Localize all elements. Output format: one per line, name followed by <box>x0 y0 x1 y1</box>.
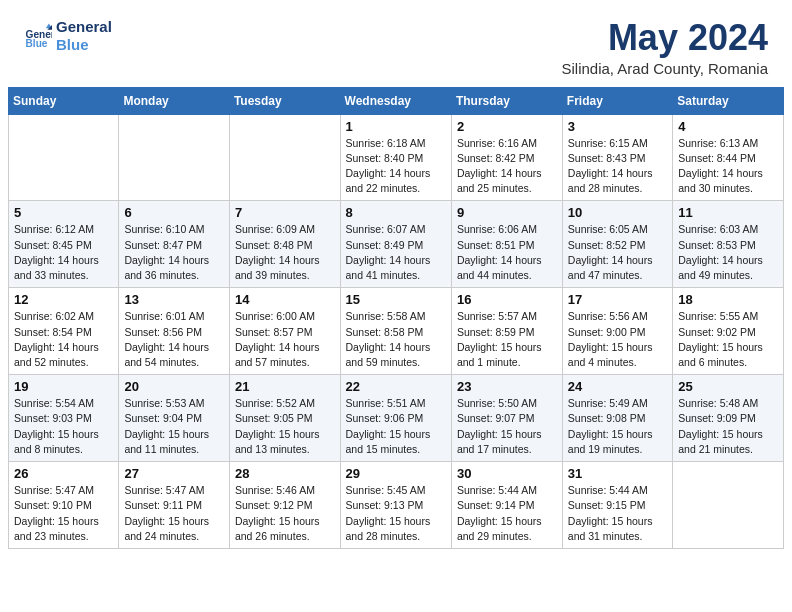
day-cell: 9Sunrise: 6:06 AM Sunset: 8:51 PM Daylig… <box>451 201 562 288</box>
day-number: 27 <box>124 466 224 481</box>
day-number: 31 <box>568 466 667 481</box>
day-info: Sunrise: 6:16 AM Sunset: 8:42 PM Dayligh… <box>457 136 557 197</box>
day-number: 22 <box>346 379 446 394</box>
day-cell: 16Sunrise: 5:57 AM Sunset: 8:59 PM Dayli… <box>451 288 562 375</box>
day-cell: 1Sunrise: 6:18 AM Sunset: 8:40 PM Daylig… <box>340 114 451 201</box>
day-info: Sunrise: 5:47 AM Sunset: 9:11 PM Dayligh… <box>124 483 224 544</box>
day-info: Sunrise: 5:58 AM Sunset: 8:58 PM Dayligh… <box>346 309 446 370</box>
day-number: 25 <box>678 379 778 394</box>
svg-text:Blue: Blue <box>26 38 48 49</box>
header-sunday: Sunday <box>9 87 119 114</box>
day-number: 14 <box>235 292 335 307</box>
day-cell: 6Sunrise: 6:10 AM Sunset: 8:47 PM Daylig… <box>119 201 230 288</box>
day-cell: 13Sunrise: 6:01 AM Sunset: 8:56 PM Dayli… <box>119 288 230 375</box>
day-number: 10 <box>568 205 667 220</box>
day-cell: 18Sunrise: 5:55 AM Sunset: 9:02 PM Dayli… <box>673 288 784 375</box>
day-cell: 26Sunrise: 5:47 AM Sunset: 9:10 PM Dayli… <box>9 462 119 549</box>
day-number: 23 <box>457 379 557 394</box>
day-info: Sunrise: 5:49 AM Sunset: 9:08 PM Dayligh… <box>568 396 667 457</box>
month-title: May 2024 <box>562 18 769 58</box>
day-info: Sunrise: 6:00 AM Sunset: 8:57 PM Dayligh… <box>235 309 335 370</box>
week-row-4: 19Sunrise: 5:54 AM Sunset: 9:03 PM Dayli… <box>9 375 784 462</box>
day-cell: 7Sunrise: 6:09 AM Sunset: 8:48 PM Daylig… <box>229 201 340 288</box>
day-info: Sunrise: 6:13 AM Sunset: 8:44 PM Dayligh… <box>678 136 778 197</box>
day-number: 26 <box>14 466 113 481</box>
day-number: 7 <box>235 205 335 220</box>
day-number: 15 <box>346 292 446 307</box>
day-cell: 27Sunrise: 5:47 AM Sunset: 9:11 PM Dayli… <box>119 462 230 549</box>
day-number: 5 <box>14 205 113 220</box>
day-number: 12 <box>14 292 113 307</box>
header-saturday: Saturday <box>673 87 784 114</box>
day-info: Sunrise: 6:02 AM Sunset: 8:54 PM Dayligh… <box>14 309 113 370</box>
day-number: 30 <box>457 466 557 481</box>
week-row-3: 12Sunrise: 6:02 AM Sunset: 8:54 PM Dayli… <box>9 288 784 375</box>
day-info: Sunrise: 5:52 AM Sunset: 9:05 PM Dayligh… <box>235 396 335 457</box>
day-number: 20 <box>124 379 224 394</box>
page-header: General Blue General Blue May 2024 Silin… <box>0 0 792 87</box>
week-row-1: 1Sunrise: 6:18 AM Sunset: 8:40 PM Daylig… <box>9 114 784 201</box>
week-row-5: 26Sunrise: 5:47 AM Sunset: 9:10 PM Dayli… <box>9 462 784 549</box>
day-cell: 4Sunrise: 6:13 AM Sunset: 8:44 PM Daylig… <box>673 114 784 201</box>
day-cell: 29Sunrise: 5:45 AM Sunset: 9:13 PM Dayli… <box>340 462 451 549</box>
day-number: 4 <box>678 119 778 134</box>
day-info: Sunrise: 5:50 AM Sunset: 9:07 PM Dayligh… <box>457 396 557 457</box>
day-number: 29 <box>346 466 446 481</box>
header-friday: Friday <box>562 87 672 114</box>
day-info: Sunrise: 6:05 AM Sunset: 8:52 PM Dayligh… <box>568 222 667 283</box>
day-number: 28 <box>235 466 335 481</box>
day-cell <box>229 114 340 201</box>
day-cell <box>673 462 784 549</box>
day-number: 2 <box>457 119 557 134</box>
day-cell: 24Sunrise: 5:49 AM Sunset: 9:08 PM Dayli… <box>562 375 672 462</box>
day-cell: 14Sunrise: 6:00 AM Sunset: 8:57 PM Dayli… <box>229 288 340 375</box>
day-number: 8 <box>346 205 446 220</box>
day-cell <box>9 114 119 201</box>
day-cell: 31Sunrise: 5:44 AM Sunset: 9:15 PM Dayli… <box>562 462 672 549</box>
day-number: 11 <box>678 205 778 220</box>
calendar-table: SundayMondayTuesdayWednesdayThursdayFrid… <box>8 87 784 549</box>
day-info: Sunrise: 5:56 AM Sunset: 9:00 PM Dayligh… <box>568 309 667 370</box>
location-subtitle: Silindia, Arad County, Romania <box>562 60 769 77</box>
header-wednesday: Wednesday <box>340 87 451 114</box>
day-number: 18 <box>678 292 778 307</box>
logo: General Blue General Blue <box>24 18 112 54</box>
day-info: Sunrise: 5:54 AM Sunset: 9:03 PM Dayligh… <box>14 396 113 457</box>
day-cell: 10Sunrise: 6:05 AM Sunset: 8:52 PM Dayli… <box>562 201 672 288</box>
day-cell: 17Sunrise: 5:56 AM Sunset: 9:00 PM Dayli… <box>562 288 672 375</box>
day-info: Sunrise: 6:06 AM Sunset: 8:51 PM Dayligh… <box>457 222 557 283</box>
day-cell: 25Sunrise: 5:48 AM Sunset: 9:09 PM Dayli… <box>673 375 784 462</box>
day-number: 24 <box>568 379 667 394</box>
day-number: 13 <box>124 292 224 307</box>
day-info: Sunrise: 6:01 AM Sunset: 8:56 PM Dayligh… <box>124 309 224 370</box>
day-cell: 19Sunrise: 5:54 AM Sunset: 9:03 PM Dayli… <box>9 375 119 462</box>
calendar-header-row: SundayMondayTuesdayWednesdayThursdayFrid… <box>9 87 784 114</box>
day-info: Sunrise: 5:45 AM Sunset: 9:13 PM Dayligh… <box>346 483 446 544</box>
day-info: Sunrise: 6:15 AM Sunset: 8:43 PM Dayligh… <box>568 136 667 197</box>
day-number: 19 <box>14 379 113 394</box>
day-info: Sunrise: 5:57 AM Sunset: 8:59 PM Dayligh… <box>457 309 557 370</box>
day-info: Sunrise: 6:10 AM Sunset: 8:47 PM Dayligh… <box>124 222 224 283</box>
header-tuesday: Tuesday <box>229 87 340 114</box>
day-cell: 30Sunrise: 5:44 AM Sunset: 9:14 PM Dayli… <box>451 462 562 549</box>
day-number: 3 <box>568 119 667 134</box>
day-number: 16 <box>457 292 557 307</box>
day-info: Sunrise: 5:55 AM Sunset: 9:02 PM Dayligh… <box>678 309 778 370</box>
day-number: 6 <box>124 205 224 220</box>
day-info: Sunrise: 6:12 AM Sunset: 8:45 PM Dayligh… <box>14 222 113 283</box>
day-info: Sunrise: 5:53 AM Sunset: 9:04 PM Dayligh… <box>124 396 224 457</box>
logo-text-general: General <box>56 18 112 36</box>
day-cell: 15Sunrise: 5:58 AM Sunset: 8:58 PM Dayli… <box>340 288 451 375</box>
day-cell: 11Sunrise: 6:03 AM Sunset: 8:53 PM Dayli… <box>673 201 784 288</box>
day-cell <box>119 114 230 201</box>
day-info: Sunrise: 6:09 AM Sunset: 8:48 PM Dayligh… <box>235 222 335 283</box>
day-info: Sunrise: 6:18 AM Sunset: 8:40 PM Dayligh… <box>346 136 446 197</box>
day-number: 1 <box>346 119 446 134</box>
day-number: 17 <box>568 292 667 307</box>
header-thursday: Thursday <box>451 87 562 114</box>
week-row-2: 5Sunrise: 6:12 AM Sunset: 8:45 PM Daylig… <box>9 201 784 288</box>
header-monday: Monday <box>119 87 230 114</box>
day-info: Sunrise: 6:07 AM Sunset: 8:49 PM Dayligh… <box>346 222 446 283</box>
day-info: Sunrise: 6:03 AM Sunset: 8:53 PM Dayligh… <box>678 222 778 283</box>
day-cell: 22Sunrise: 5:51 AM Sunset: 9:06 PM Dayli… <box>340 375 451 462</box>
